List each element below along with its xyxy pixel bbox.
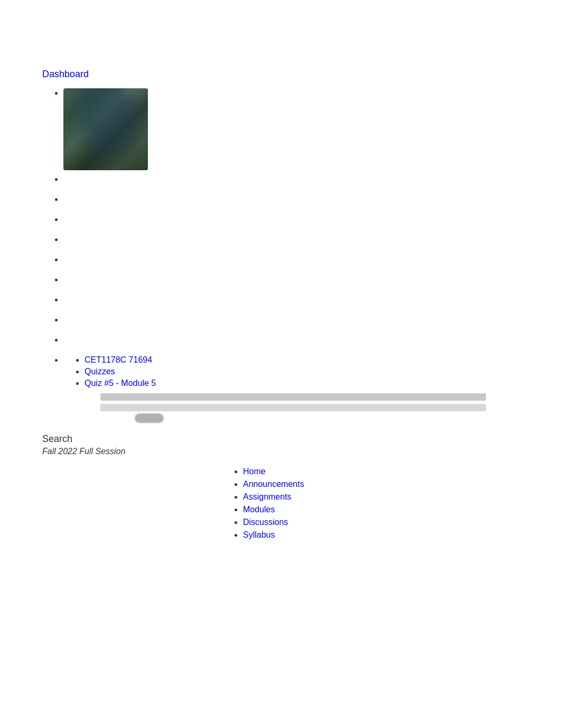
blurred-tag [135,413,164,423]
course-nav-link-syllabus[interactable]: Syllabus [243,530,275,539]
page-container: Dashboard CET1178C 71694 [0,0,561,540]
course-nav-link-assignments[interactable]: Assignments [243,492,292,501]
nav-item-empty-2 [63,195,561,210]
course-nav-item-discussions: Discussions [243,518,561,527]
course-nav-list: Home Announcements Assignments Modules D… [222,467,561,540]
course-nav-section: Home Announcements Assignments Modules D… [42,467,561,540]
breadcrumb-item-1: Quizzes [85,367,561,376]
nav-item-empty-5 [63,255,561,271]
gray-bar-top [100,393,486,401]
search-section: Search Fall 2022 Full Session [42,434,561,456]
course-nav-link-announcements[interactable]: Announcements [243,480,304,489]
course-nav-link-modules[interactable]: Modules [243,505,275,514]
course-nav-item-modules: Modules [243,505,561,514]
gray-bar-bottom [100,404,486,411]
nav-item-empty-1 [63,174,561,190]
course-nav-link-home[interactable]: Home [243,467,266,476]
breadcrumb-item-0: CET1178C 71694 [85,355,561,365]
gray-overlay-region [42,393,561,425]
breadcrumb-link-1[interactable]: Quizzes [85,367,115,376]
nav-item-empty-9 [63,335,561,351]
profile-image [63,88,148,170]
session-label: Fall 2022 Full Session [42,447,561,456]
nav-item-empty-8 [63,315,561,331]
course-nav-item-syllabus: Syllabus [243,530,561,540]
breadcrumb-parent: CET1178C 71694 Quizzes Quiz #5 - Module … [63,355,561,388]
nav-item-empty-4 [63,235,561,251]
breadcrumb-link-0[interactable]: CET1178C 71694 [85,355,152,364]
breadcrumb-link-2[interactable]: Quiz #5 - Module 5 [85,379,156,388]
profile-image-item [63,88,561,170]
main-nav-list: CET1178C 71694 Quizzes Quiz #5 - Module … [42,88,561,388]
course-nav-item-home: Home [243,467,561,476]
breadcrumb-item-2: Quiz #5 - Module 5 [85,379,561,388]
nav-item-empty-6 [63,275,561,291]
course-nav-link-discussions[interactable]: Discussions [243,518,288,527]
course-nav-item-announcements: Announcements [243,480,561,489]
course-nav-item-assignments: Assignments [243,492,561,502]
dashboard-link[interactable]: Dashboard [42,69,561,80]
nav-item-empty-7 [63,295,561,311]
nav-item-empty-3 [63,215,561,231]
breadcrumb-list: CET1178C 71694 Quizzes Quiz #5 - Module … [63,355,561,388]
search-label: Search [42,434,561,445]
